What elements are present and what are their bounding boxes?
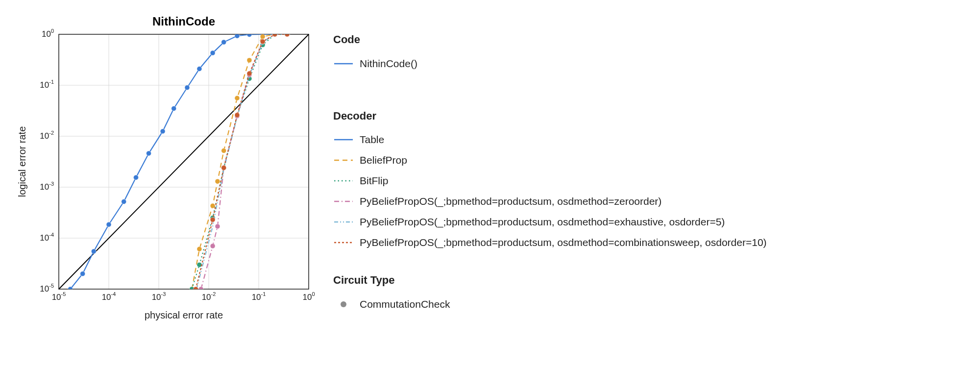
series-line-5: [196, 34, 287, 289]
series-point: [272, 32, 277, 37]
tick-label: 10-2: [40, 130, 54, 141]
series-point: [172, 106, 176, 111]
legend-decoder-label: BitFlip: [360, 171, 388, 191]
legend-decoder-swatch: [333, 176, 354, 186]
legend-circuit-swatch: [333, 299, 354, 309]
series-point: [260, 34, 265, 39]
series-point: [210, 203, 215, 208]
legend-circuit-label: CommutationCheck: [360, 294, 450, 314]
series-point: [197, 66, 202, 71]
legend-decoder-swatch: [333, 238, 354, 247]
series-point: [210, 217, 215, 222]
series-point: [221, 148, 226, 153]
legend-decoder-label: PyBeliefPropOS(_;bpmethod=productsum, os…: [360, 233, 767, 252]
legend-decoder-item: PyBeliefPropOS(_;bpmethod=productsum, os…: [333, 212, 960, 232]
tick-label: 100: [42, 28, 54, 39]
series-point: [160, 129, 165, 134]
legend-decoder-label: PyBeliefPropOS(_;bpmethod=productsum, os…: [360, 192, 662, 211]
legend-decoder-item: BeliefProp: [333, 150, 960, 170]
series-point: [285, 32, 290, 37]
legend-decoder-item: BitFlip: [333, 171, 960, 191]
series-point: [235, 113, 240, 118]
legend-decoder-label: PyBeliefPropOS(_;bpmethod=productsum, os…: [360, 212, 725, 232]
series-point: [247, 58, 252, 63]
legend-decoder-swatch: [333, 217, 354, 227]
series-point: [247, 32, 252, 37]
series-point: [91, 249, 96, 254]
tick-label: 10-5: [40, 283, 54, 294]
series-point: [197, 246, 202, 251]
tick-label: 100: [302, 291, 315, 302]
series-point: [198, 287, 203, 292]
legend-panel: Code NithinCode() Decoder TableBeliefPro…: [333, 29, 960, 315]
identity-line: [59, 34, 309, 289]
legend-code-swatch: [333, 59, 354, 69]
series-line-3: [201, 34, 287, 289]
chart-svg: NithinCode10-510-510-410-410-310-310-210…: [15, 15, 318, 328]
series-point: [185, 85, 190, 90]
series-line-1: [192, 34, 287, 289]
series-point: [221, 40, 226, 45]
tick-label: 10-4: [102, 291, 116, 302]
tick-label: 10-1: [40, 79, 54, 90]
series-point: [215, 179, 220, 184]
series-point: [210, 50, 215, 55]
tick-label: 10-5: [52, 291, 66, 302]
tick-label: 10-1: [252, 291, 266, 302]
series-point: [122, 199, 126, 204]
legend-decoder-title: Decoder: [333, 106, 960, 126]
legend-code-list: NithinCode(): [333, 54, 960, 74]
tick-label: 10-3: [152, 291, 166, 302]
chart-panel: NithinCode10-510-510-410-410-310-310-210…: [15, 15, 318, 328]
series-line-2: [192, 34, 287, 289]
series-point: [68, 287, 73, 292]
series-point: [133, 175, 138, 180]
series-point: [247, 71, 252, 76]
legend-decoder-item: PyBeliefPropOS(_;bpmethod=productsum, os…: [333, 233, 960, 252]
series-point: [221, 165, 226, 170]
legend-decoder-swatch: [333, 196, 354, 206]
legend-decoder-item: Table: [333, 130, 960, 149]
legend-decoder-swatch: [333, 155, 354, 165]
tick-label: 10-4: [40, 232, 54, 243]
series-point: [197, 262, 202, 267]
series-point: [260, 39, 265, 44]
legend-code-label: NithinCode(): [360, 54, 417, 74]
legend-circuit-list: CommutationCheck: [333, 294, 960, 314]
legend-circuit-title: Circuit Type: [333, 270, 960, 291]
legend-circuit-item: CommutationCheck: [333, 294, 960, 314]
series-line-0: [71, 34, 287, 289]
tick-label: 10-2: [202, 291, 216, 302]
series-point: [235, 96, 240, 100]
legend-decoder-swatch: [333, 135, 354, 145]
legend-code-title: Code: [333, 29, 960, 50]
x-axis-label: physical error rate: [145, 310, 223, 320]
series-point: [210, 244, 215, 248]
legend-decoder-label: BeliefProp: [360, 150, 407, 170]
svg-point-21: [341, 301, 346, 307]
tick-label: 10-3: [40, 181, 54, 192]
series-point: [147, 151, 151, 156]
series-line-4: [196, 34, 287, 289]
legend-decoder-item: PyBeliefPropOS(_;bpmethod=productsum, os…: [333, 192, 960, 211]
legend-decoder-label: Table: [360, 130, 384, 149]
legend-code-item: NithinCode(): [333, 54, 960, 74]
chart-title: NithinCode: [152, 15, 215, 28]
series-point: [80, 271, 85, 276]
y-axis-label: logical error rate: [17, 126, 27, 197]
legend-decoder-list: TableBeliefPropBitFlipPyBeliefPropOS(_;b…: [333, 130, 960, 252]
series-point: [194, 287, 198, 292]
series-point: [106, 222, 111, 227]
page-root: NithinCode10-510-510-410-410-310-310-210…: [0, 0, 980, 392]
series-point: [215, 224, 220, 229]
